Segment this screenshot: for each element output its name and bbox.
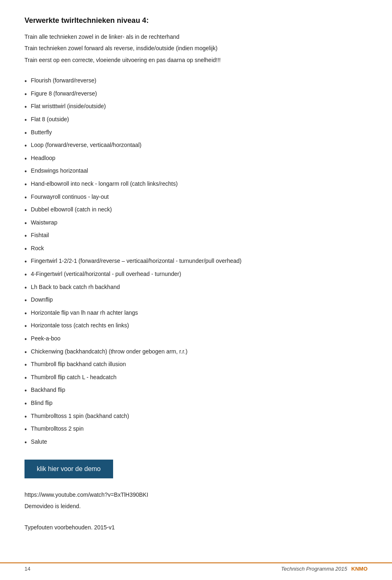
page-container: Verwerkte twirltechnieken niveau 4: Trai… — [0, 0, 392, 580]
list-item: Thumbrolltoss 1 spin (backhand catch) — [24, 411, 368, 422]
page-footer: 14 Technisch Programma 2015 KNMO — [0, 562, 392, 572]
footer-brand-label: Technisch Programma 2015 — [281, 566, 347, 572]
list-item: Horizontale flip van lh naar rh achter l… — [24, 308, 368, 319]
list-item: Waistwrap — [24, 218, 368, 229]
demo-note: Demovideo is leidend. — [24, 503, 368, 509]
list-item: Fishtail — [24, 231, 368, 241]
list-item: Fingertwirl 1-2/2-1 (forward/reverse – v… — [24, 256, 368, 267]
list-item: Blind flip — [24, 398, 368, 409]
list-item: Rock — [24, 244, 368, 254]
list-item: Flat 8 (outside) — [24, 115, 368, 125]
list-item: Dubbel elbowroll (catch in neck) — [24, 205, 368, 216]
list-item: Thumbrolltoss 2 spin — [24, 424, 368, 435]
demo-button[interactable]: klik hier voor de demo — [24, 460, 113, 478]
list-item: Hand-elbowroll into neck - longarm roll … — [24, 179, 368, 190]
intro-section: Train alle technieken zowel in de linker… — [24, 32, 368, 64]
list-item: Lh Back to back catch rh backhand — [24, 282, 368, 293]
list-item: Headloop — [24, 153, 368, 164]
page-title: Verwerkte twirltechnieken niveau 4: — [24, 16, 368, 25]
intro-line-3: Train eerst op een correcte, vloeiende u… — [24, 56, 368, 64]
intro-line-1: Train alle technieken zowel in de linker… — [24, 32, 368, 41]
list-item: Loop (forward/reverse, verticaal/horzont… — [24, 140, 368, 151]
list-item: Butterfly — [24, 128, 368, 138]
footer-brand: Technisch Programma 2015 KNMO — [281, 563, 368, 572]
list-item: Figure 8 (forward/reverse) — [24, 89, 368, 100]
list-item: Peek-a-boo — [24, 334, 368, 344]
list-item: Downflip — [24, 295, 368, 306]
list-item: Backhand flip — [24, 385, 368, 396]
list-item: Thumbroll flip backhand catch illusion — [24, 360, 368, 370]
page-number: 14 — [24, 563, 30, 572]
list-item: Flourish (forward/reverse) — [24, 76, 368, 87]
youtube-link: https://www.youtube.com/watch?v=BxTlH390… — [24, 491, 368, 498]
knmo-logo: KNMO — [351, 566, 368, 572]
list-item: 4-Fingertwirl (vertical/horizontal - pul… — [24, 269, 368, 280]
intro-line-2: Train technieken zowel forward als rever… — [24, 44, 368, 53]
footer-note: Typefouten voorbehouden. 2015-v1 — [24, 524, 368, 531]
list-item: Horizontale toss (catch rechts en links) — [24, 321, 368, 331]
list-item: Thumbroll flip catch L - headcatch — [24, 373, 368, 383]
list-item: Chickenwing (backhandcatch) (throw onder… — [24, 347, 368, 358]
list-item: Salute — [24, 437, 368, 448]
list-item: Fourwayroll continuos - lay-out — [24, 192, 368, 203]
list-item: Flat wristttwirl (inside/outside) — [24, 102, 368, 112]
list-item: Endswings horizontaal — [24, 166, 368, 177]
techniques-list: Flourish (forward/reverse)Figure 8 (forw… — [24, 76, 368, 447]
